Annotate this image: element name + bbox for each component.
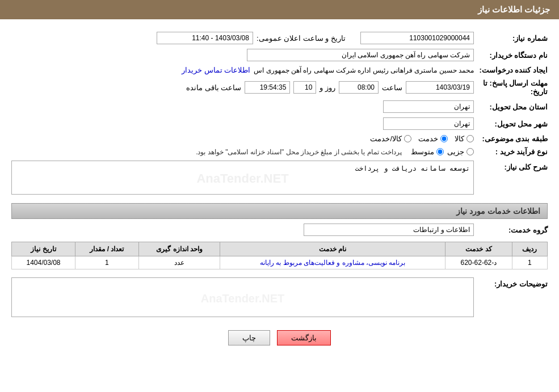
response-day-input[interactable]	[293, 81, 316, 94]
back-button[interactable]: بازگشت	[277, 330, 331, 345]
creator-value: محمد حسین ماستری فراهانی رئیس اداره شرکت…	[254, 66, 474, 74]
buyer-name-input[interactable]	[247, 49, 474, 61]
services-section-header: اطلاعات خدمات مورد نیاز	[11, 203, 548, 219]
service-group-input[interactable]	[304, 224, 474, 236]
city-input[interactable]	[383, 117, 474, 130]
province-label: استان محل تحویل:	[474, 103, 548, 111]
deadline-label: مهلت ارسال پاسخ: تا تاریخ:	[474, 79, 548, 96]
purchase-type-radio-jozi[interactable]: جزیی	[447, 147, 474, 156]
order-number-input[interactable]	[360, 32, 474, 44]
cell-row-num: 1	[512, 256, 547, 269]
category-label: طبقه بندی موضوعی:	[474, 134, 548, 143]
creator-contact-link[interactable]: اطلاعات تماس خریدار	[182, 66, 250, 74]
print-button[interactable]: چاپ	[228, 330, 270, 345]
cell-name: برنامه نویسی، مشاوره و فعالیت‌های مربوط …	[220, 256, 445, 269]
page-title: جزئیات اطلاعات نیاز	[478, 5, 550, 14]
buyer-name-label: نام دستگاه خریدار:	[474, 51, 548, 60]
purchase-type-jozi-label: جزیی	[447, 147, 464, 156]
response-remaining-input[interactable]	[245, 81, 290, 94]
cell-quantity: 1	[75, 256, 138, 269]
description-row: شرح کلی نیاز: توسعه سامانه دریافت و پردا…	[11, 158, 548, 199]
service-group-label: گروه خدمت:	[474, 226, 548, 234]
buyer-desc-row: توضیحات خریدار: AnaTender.NET	[11, 275, 548, 321]
category-area: کالا خدمت کالا/خدمت	[11, 134, 474, 143]
category-kala-khedmat-label: کالا/خدمت	[370, 134, 402, 143]
col-unit: واحد اندازه گیری	[138, 242, 220, 256]
response-time-label: ساعت	[382, 83, 402, 92]
content-area: شماره نیاز: تاریخ و ساعت اعلان عمومی: نا…	[0, 19, 559, 360]
cell-date: 1404/03/08	[12, 256, 75, 269]
remaining-label: ساعت باقی مانده	[186, 83, 241, 92]
services-table-body: 1 د-62-62-620 برنامه نویسی، مشاوره و فعا…	[12, 256, 548, 269]
purchase-type-label: نوع فرآیند خرید :	[474, 147, 548, 156]
purchase-type-jozi-input[interactable]	[466, 148, 474, 155]
purchase-type-radio-mota[interactable]: متوسط	[411, 147, 444, 156]
col-name: نام خدمت	[220, 242, 445, 256]
response-day-label: روز و	[320, 83, 335, 92]
deadline-area: ساعت روز و ساعت باقی مانده	[11, 81, 474, 94]
category-kala-label: کالا	[455, 134, 464, 143]
button-row: بازگشت چاپ	[11, 330, 548, 345]
buyer-desc-label: توضیحات خریدار:	[474, 280, 548, 288]
category-khedmat-label: خدمت	[418, 134, 438, 143]
buyer-desc-textarea[interactable]	[11, 277, 474, 317]
announce-datetime-input[interactable]	[157, 32, 253, 44]
category-row: طبقه بندی موضوعی: کالا خدمت کالا/خدمت	[11, 132, 548, 145]
province-input[interactable]	[383, 100, 474, 113]
page-header: جزئیات اطلاعات نیاز	[0, 0, 559, 19]
col-date: تاریخ نیاز	[12, 242, 75, 256]
services-table: ردیف کد خدمت نام خدمت واحد اندازه گیری ت…	[11, 242, 548, 269]
description-label: شرح کلی نیاز:	[474, 163, 548, 171]
city-row: شهر محل تحویل:	[11, 115, 548, 132]
purchase-type-area: جزیی متوسط پرداخت تمام یا بخشی از مبلغ خ…	[11, 147, 474, 156]
province-area	[11, 100, 474, 113]
buyer-desc-area: AnaTender.NET	[11, 277, 474, 319]
response-date-input[interactable]	[406, 81, 474, 94]
col-quantity: تعداد / مقدار	[75, 242, 138, 256]
purchase-type-mota-input[interactable]	[436, 148, 444, 155]
city-area	[11, 117, 474, 130]
announce-label: تاریخ و ساعت اعلان عمومی:	[257, 34, 346, 43]
page-wrapper: جزئیات اطلاعات نیاز شماره نیاز: تاریخ و …	[0, 0, 559, 392]
services-section-title: اطلاعات خدمات مورد نیاز	[456, 206, 540, 216]
creator-row: ایجاد کننده درخواست: محمد حسین ماستری فر…	[11, 64, 548, 77]
cell-code: د-62-62-620	[445, 256, 512, 269]
creator-label: ایجاد کننده درخواست:	[474, 66, 548, 74]
description-area: توسعه سامانه دریافت و پرداخت AnaTender.N…	[11, 161, 474, 196]
deadline-row: مهلت ارسال پاسخ: تا تاریخ: ساعت روز و سا…	[11, 77, 548, 98]
buyer-name-row: نام دستگاه خریدار:	[11, 47, 548, 64]
col-code: کد خدمت	[445, 242, 512, 256]
buyer-name-area	[11, 49, 474, 61]
service-group-area	[11, 224, 474, 236]
description-textarea[interactable]: توسعه سامانه دریافت و پرداخت	[11, 161, 474, 195]
order-number-label: شماره نیاز:	[474, 34, 548, 43]
creator-area: محمد حسین ماستری فراهانی رئیس اداره شرکت…	[11, 66, 474, 74]
purchase-type-note: پرداخت تمام یا بخشی از مبلغ خریداز محل "…	[196, 148, 402, 156]
category-radio-kala-khedmat[interactable]: کالا/خدمت	[370, 134, 411, 143]
purchase-type-row: نوع فرآیند خرید : جزیی متوسط پرداخت تمام…	[11, 145, 548, 158]
services-table-header-row: ردیف کد خدمت نام خدمت واحد اندازه گیری ت…	[12, 242, 548, 256]
table-row: 1 د-62-62-620 برنامه نویسی، مشاوره و فعا…	[12, 256, 548, 269]
order-number-area: تاریخ و ساعت اعلان عمومی:	[11, 32, 474, 44]
category-radio-kala[interactable]: کالا	[455, 134, 474, 143]
purchase-type-mota-label: متوسط	[411, 147, 434, 156]
col-row-num: ردیف	[512, 242, 547, 256]
category-radio-khedmat[interactable]: خدمت	[418, 134, 448, 143]
province-row: استان محل تحویل:	[11, 98, 548, 115]
city-label: شهر محل تحویل:	[474, 120, 548, 128]
buyer-desc-section: توضیحات خریدار: AnaTender.NET	[11, 275, 548, 321]
category-radio-kala-khedmat-input[interactable]	[404, 135, 411, 142]
service-group-row: گروه خدمت:	[11, 221, 548, 238]
response-time-input[interactable]	[339, 81, 379, 94]
category-radio-kala-input[interactable]	[466, 135, 474, 142]
cell-unit: عدد	[138, 256, 220, 269]
services-table-head: ردیف کد خدمت نام خدمت واحد اندازه گیری ت…	[12, 242, 548, 256]
category-radio-khedmat-input[interactable]	[440, 135, 448, 142]
order-row: شماره نیاز: تاریخ و ساعت اعلان عمومی:	[11, 29, 548, 47]
